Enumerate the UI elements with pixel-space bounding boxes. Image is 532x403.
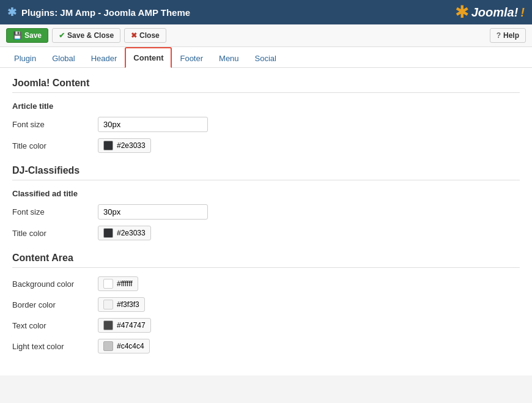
classified-font-size-input[interactable] xyxy=(98,204,208,220)
article-title-color-label: Title color xyxy=(12,141,98,150)
save-close-button[interactable]: ✔ Save & Close xyxy=(52,28,120,43)
section-joomla-content: Joomla! Content Article title Font size … xyxy=(12,78,520,153)
close-label: Close xyxy=(139,31,160,40)
bg-color-value: #ffffff xyxy=(117,279,133,288)
save-close-label: Save & Close xyxy=(67,31,114,40)
help-label: Help xyxy=(503,31,519,40)
help-button[interactable]: ? Help xyxy=(490,28,526,43)
joomla-asterisk-icon: ✱ xyxy=(455,4,469,21)
classified-ad-subtitle: Classified ad title xyxy=(12,189,520,198)
classified-font-size-label: Font size xyxy=(12,207,98,216)
section-joomla-content-title: Joomla! Content xyxy=(12,78,520,93)
article-title-color-row: Title color #2e3033 xyxy=(12,138,520,153)
classified-font-size-row: Font size xyxy=(12,204,520,220)
bg-color-label: Background color xyxy=(12,279,98,289)
border-color-row: Border color #f3f3f3 xyxy=(12,297,520,312)
light-text-color-picker[interactable]: #c4c4c4 xyxy=(98,339,150,353)
question-icon: ? xyxy=(497,31,501,40)
tab-global[interactable]: Global xyxy=(44,48,83,68)
section-dj-classifieds-title: DJ-Classifieds xyxy=(12,165,520,180)
close-button[interactable]: ✖ Close xyxy=(124,28,166,43)
tab-header[interactable]: Header xyxy=(83,48,125,68)
light-text-color-value: #c4c4c4 xyxy=(117,342,144,350)
article-title-color-picker[interactable]: #2e3033 xyxy=(98,138,151,153)
section-dj-classifieds: DJ-Classifieds Classified ad title Font … xyxy=(12,165,520,240)
tabs-bar: Plugin Global Header Content Footer Menu… xyxy=(0,47,532,68)
tab-menu[interactable]: Menu xyxy=(211,48,247,68)
article-title-color-swatch xyxy=(103,141,113,150)
section-content-area: Content Area Background color #ffffff Bo… xyxy=(12,253,520,353)
section-content-area-title: Content Area xyxy=(12,253,520,268)
toolbar: 💾 Save ✔ Save & Close ✖ Close ? Help xyxy=(0,24,532,47)
classified-title-color-label: Title color xyxy=(12,229,98,238)
title-text: Plugins: JM Amp - Joomla AMP Theme xyxy=(21,7,190,18)
classified-title-color-row: Title color #2e3033 xyxy=(12,226,520,240)
plugin-star-icon: ✱ xyxy=(7,6,17,19)
bg-color-swatch xyxy=(103,279,113,289)
bg-color-row: Background color #ffffff xyxy=(12,276,520,291)
text-color-value: #474747 xyxy=(117,321,146,330)
article-title-subtitle: Article title xyxy=(12,102,520,111)
border-color-label: Border color xyxy=(12,300,98,309)
bg-color-picker[interactable]: #ffffff xyxy=(98,276,138,291)
article-font-size-input[interactable] xyxy=(98,117,208,132)
text-color-swatch xyxy=(103,320,113,330)
article-title-color-value: #2e3033 xyxy=(117,141,146,150)
classified-title-color-value: #2e3033 xyxy=(117,229,146,237)
article-font-size-label: Font size xyxy=(12,120,98,129)
joomla-brand: ✱ Joomla! ! xyxy=(455,4,525,21)
border-color-picker[interactable]: #f3f3f3 xyxy=(98,297,145,312)
text-color-label: Text color xyxy=(12,321,98,330)
save-button[interactable]: 💾 Save xyxy=(6,28,48,43)
text-color-picker[interactable]: #474747 xyxy=(98,318,151,333)
tab-plugin[interactable]: Plugin xyxy=(6,48,44,68)
classified-title-color-picker[interactable]: #2e3033 xyxy=(98,226,151,240)
classified-title-color-swatch xyxy=(103,228,113,238)
save-floppy-icon: 💾 xyxy=(13,31,22,40)
tab-social[interactable]: Social xyxy=(247,48,284,68)
tab-footer[interactable]: Footer xyxy=(172,48,211,68)
text-color-row: Text color #474747 xyxy=(12,318,520,333)
border-color-swatch xyxy=(103,300,113,309)
top-bar: ✱ Plugins: JM Amp - Joomla AMP Theme ✱ J… xyxy=(0,0,532,24)
x-icon: ✖ xyxy=(131,31,137,40)
joomla-logo-text: Joomla! xyxy=(471,6,519,20)
light-text-color-label: Light text color xyxy=(12,342,98,351)
checkmark-icon: ✔ xyxy=(59,31,65,40)
main-content: Joomla! Content Article title Font size … xyxy=(0,68,532,375)
border-color-value: #f3f3f3 xyxy=(117,300,139,309)
article-font-size-row: Font size xyxy=(12,117,520,132)
save-label: Save xyxy=(24,31,42,40)
light-text-color-swatch xyxy=(103,341,113,351)
light-text-color-row: Light text color #c4c4c4 xyxy=(12,339,520,353)
joomla-exclamation: ! xyxy=(520,6,525,20)
tab-content[interactable]: Content xyxy=(125,47,172,68)
window-title: ✱ Plugins: JM Amp - Joomla AMP Theme xyxy=(7,6,190,19)
